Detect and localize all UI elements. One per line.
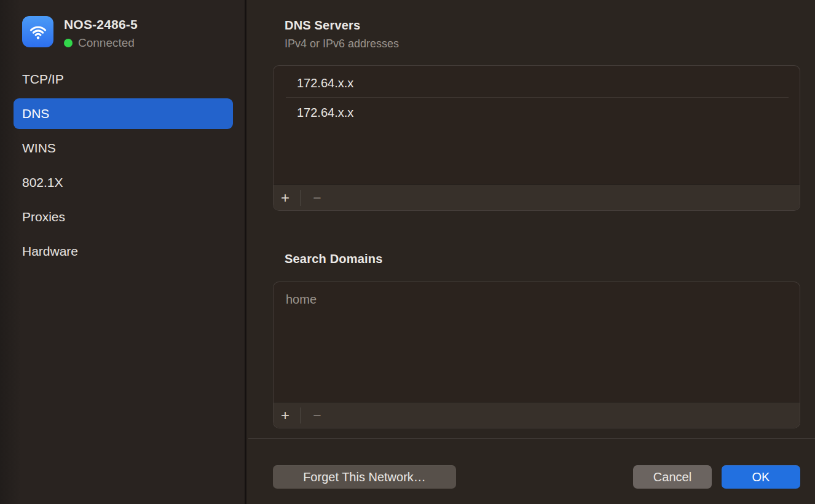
toolbar-separator [301,190,301,206]
footer-divider [248,438,815,439]
sidebar-nav-item[interactable]: DNS [14,98,233,129]
search-domain-add-button[interactable]: + [274,403,297,428]
sidebar-nav-item[interactable]: TCP/IP [14,64,233,95]
sidebar-nav-item[interactable]: Proxies [14,202,233,232]
dns-server-address: 172.64.x.x [297,76,353,90]
toolbar-separator [301,408,301,423]
cancel-button[interactable]: Cancel [633,465,712,489]
dns-servers-rows: 172.64.x.x 172.64.x.x [274,66,800,184]
network-name: NOS-2486-5 [64,17,138,32]
sidebar-nav-item[interactable]: 802.1X [14,167,233,198]
main-panel: DNS Servers IPv4 or IPv6 addresses 172.6… [248,0,815,504]
forget-network-button[interactable]: Forget This Network… [273,465,456,489]
ok-button[interactable]: OK [722,465,800,489]
sidebar-nav-item-label: DNS [22,106,49,121]
search-domains-rows: home [274,282,800,402]
dns-servers-subtitle: IPv4 or IPv6 addresses [285,37,399,50]
dns-servers-listbox: 172.64.x.x 172.64.x.x + − [273,65,800,211]
search-domains-listbox: home + − [273,282,800,428]
search-domain-remove-button[interactable]: − [302,403,332,428]
sidebar-nav-item[interactable]: Hardware [14,236,233,267]
sidebar-nav: TCP/IP DNS WINS 802.1X Proxies [0,64,245,270]
dns-remove-button[interactable]: − [302,185,332,211]
sidebar-nav-item-label: WINS [22,141,56,156]
sidebar-nav-item-label: TCP/IP [22,72,64,87]
sidebar-nav-item-label: Proxies [22,210,65,224]
dns-add-button[interactable]: + [274,185,297,211]
connection-status: Connected [64,36,138,50]
connection-meta: NOS-2486-5 Connected [64,16,138,50]
dns-server-row[interactable]: 172.64.x.x [274,68,800,98]
search-domains-toolbar: + − [274,402,800,428]
status-dot-icon [64,39,73,47]
sidebar-nav-item-label: Hardware [22,244,78,259]
search-domain-value: home [286,293,317,307]
network-details-dialog: NOS-2486-5 Connected TCP/IP DNS WINS [0,0,815,504]
search-domains-title: Search Domains [285,252,383,266]
dns-server-address: 172.64.x.x [297,106,353,120]
dns-servers-title: DNS Servers [285,18,360,33]
dns-server-row[interactable]: 172.64.x.x [274,98,800,127]
sidebar: NOS-2486-5 Connected TCP/IP DNS WINS [0,0,246,504]
wifi-icon [22,16,53,47]
connection-header: NOS-2486-5 Connected [22,16,138,50]
dns-servers-toolbar: + − [274,184,800,210]
status-text: Connected [78,36,135,50]
sidebar-nav-item[interactable]: WINS [14,133,233,163]
search-domain-row[interactable]: home [274,285,800,314]
sidebar-nav-item-label: 802.1X [22,175,63,190]
